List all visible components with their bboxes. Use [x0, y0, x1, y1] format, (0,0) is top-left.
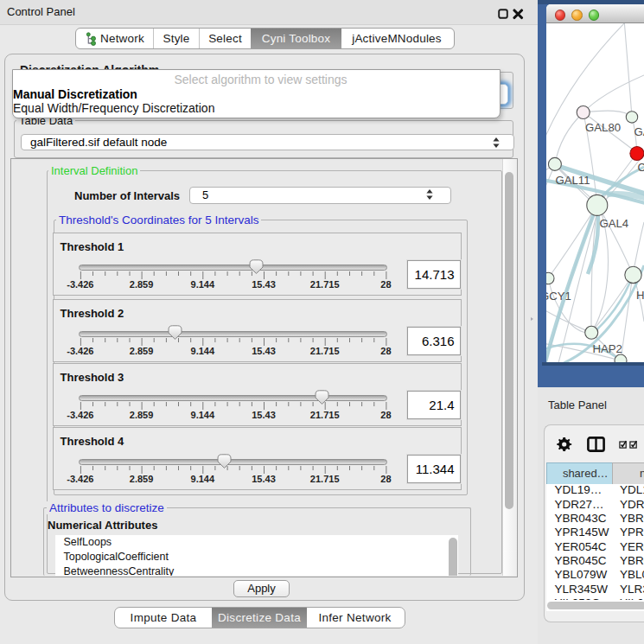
svg-text:GCY1: GCY1 [546, 289, 571, 302]
svg-text:HAP2: HAP2 [592, 341, 622, 354]
svg-text:GAL11: GAL11 [555, 174, 590, 187]
svg-text:GAL80: GAL80 [585, 120, 621, 133]
svg-text:GA: GA [634, 125, 644, 138]
svg-text:C: C [638, 161, 644, 174]
svg-text:H: H [636, 288, 644, 301]
svg-text:GAL4: GAL4 [599, 217, 628, 230]
